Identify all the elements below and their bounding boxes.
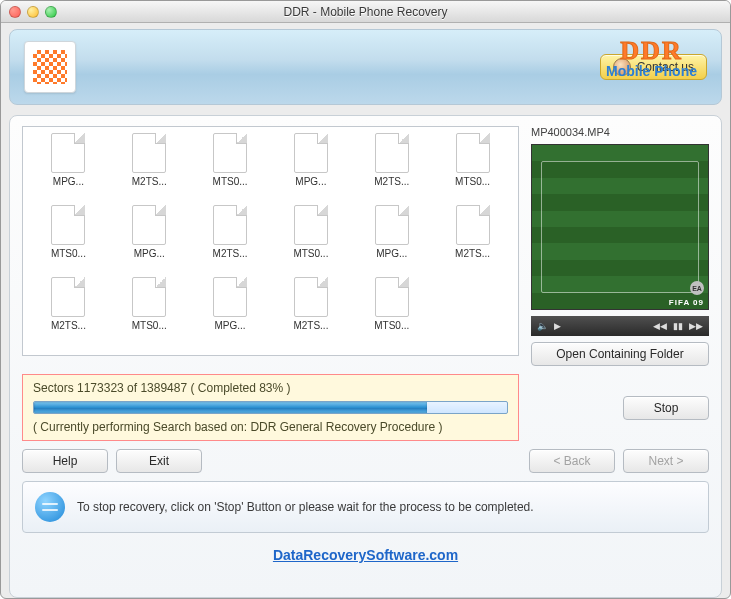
file-item[interactable]: MPG... bbox=[29, 133, 108, 203]
hint-icon bbox=[35, 492, 65, 522]
file-icon bbox=[51, 133, 85, 173]
preview-filename: MP400034.MP4 bbox=[531, 126, 709, 138]
hint-panel: To stop recovery, click on 'Stop' Button… bbox=[22, 481, 709, 533]
app-logo bbox=[24, 41, 76, 93]
content-panel: MPG...M2TS...MTS0...MPG...M2TS...MTS0...… bbox=[9, 115, 722, 598]
file-item[interactable]: M2TS... bbox=[272, 277, 351, 347]
file-label: MTS0... bbox=[374, 320, 409, 331]
file-icon bbox=[456, 133, 490, 173]
file-icon bbox=[213, 205, 247, 245]
ea-badge: EA bbox=[690, 281, 704, 295]
fifa-watermark: FIFA 09 bbox=[669, 298, 704, 307]
file-icon bbox=[375, 205, 409, 245]
file-icon bbox=[294, 205, 328, 245]
exit-button[interactable]: Exit bbox=[116, 449, 202, 473]
open-containing-folder-button[interactable]: Open Containing Folder bbox=[531, 342, 709, 366]
file-icon bbox=[132, 133, 166, 173]
file-item[interactable]: MPG... bbox=[352, 205, 431, 275]
file-label: MPG... bbox=[134, 248, 165, 259]
file-item[interactable]: MPG... bbox=[272, 133, 351, 203]
file-item[interactable]: M2TS... bbox=[29, 277, 108, 347]
progress-method-text: ( Currently performing Search based on: … bbox=[33, 420, 508, 434]
file-label: MTS0... bbox=[132, 320, 167, 331]
file-label: MTS0... bbox=[455, 176, 490, 187]
back-button[interactable]: < Back bbox=[529, 449, 615, 473]
file-item[interactable]: MTS0... bbox=[272, 205, 351, 275]
brand-block: DDR Mobile Phone bbox=[606, 38, 697, 78]
file-icon bbox=[132, 205, 166, 245]
file-item[interactable]: MTS0... bbox=[433, 133, 512, 203]
play-icon[interactable]: ▶ bbox=[554, 321, 561, 331]
hint-text: To stop recovery, click on 'Stop' Button… bbox=[77, 500, 534, 514]
file-item[interactable]: MPG... bbox=[110, 205, 189, 275]
file-icon bbox=[213, 133, 247, 173]
file-label: M2TS... bbox=[213, 248, 248, 259]
file-icon bbox=[213, 277, 247, 317]
titlebar: DDR - Mobile Phone Recovery bbox=[1, 1, 730, 23]
video-preview[interactable]: EA FIFA 09 bbox=[531, 144, 709, 310]
file-icon bbox=[294, 277, 328, 317]
file-item[interactable]: MTS0... bbox=[29, 205, 108, 275]
prev-icon[interactable]: ◀◀ bbox=[653, 321, 667, 331]
file-icon bbox=[375, 133, 409, 173]
file-label: MPG... bbox=[376, 248, 407, 259]
file-icon bbox=[456, 205, 490, 245]
help-button[interactable]: Help bbox=[22, 449, 108, 473]
video-thumbnail bbox=[532, 145, 708, 309]
stop-button[interactable]: Stop bbox=[623, 396, 709, 420]
file-icon bbox=[132, 277, 166, 317]
file-item[interactable]: MTS0... bbox=[352, 277, 431, 347]
file-icon bbox=[51, 277, 85, 317]
progress-sectors-text: Sectors 1173323 of 1389487 ( Completed 8… bbox=[33, 381, 508, 395]
file-label: MPG... bbox=[295, 176, 326, 187]
file-label: MPG... bbox=[215, 320, 246, 331]
progress-fill bbox=[34, 402, 427, 413]
preview-panel: MP400034.MP4 EA FIFA 09 🔈 ▶ ◀◀ ▮▮ ▶▶ Ope… bbox=[531, 126, 709, 366]
file-item[interactable]: M2TS... bbox=[352, 133, 431, 203]
app-window: DDR - Mobile Phone Recovery Contact us D… bbox=[0, 0, 731, 599]
window-title: DDR - Mobile Phone Recovery bbox=[1, 5, 730, 19]
file-item[interactable]: M2TS... bbox=[191, 205, 270, 275]
brand-title: DDR bbox=[620, 38, 682, 64]
file-label: M2TS... bbox=[374, 176, 409, 187]
volume-icon[interactable]: 🔈 bbox=[537, 321, 548, 331]
progress-bar bbox=[33, 401, 508, 414]
file-label: M2TS... bbox=[132, 176, 167, 187]
header-banner: Contact us DDR Mobile Phone bbox=[9, 29, 722, 105]
file-item[interactable]: MPG... bbox=[191, 277, 270, 347]
progress-panel: Sectors 1173323 of 1389487 ( Completed 8… bbox=[22, 374, 519, 441]
file-icon bbox=[51, 205, 85, 245]
file-label: MTS0... bbox=[293, 248, 328, 259]
file-label: MTS0... bbox=[51, 248, 86, 259]
file-item[interactable]: M2TS... bbox=[433, 205, 512, 275]
checker-icon bbox=[33, 50, 67, 84]
file-icon bbox=[294, 133, 328, 173]
file-label: M2TS... bbox=[51, 320, 86, 331]
file-label: M2TS... bbox=[293, 320, 328, 331]
next-button[interactable]: Next > bbox=[623, 449, 709, 473]
file-item[interactable]: MTS0... bbox=[191, 133, 270, 203]
pause-icon[interactable]: ▮▮ bbox=[673, 321, 683, 331]
brand-subtitle: Mobile Phone bbox=[606, 64, 697, 78]
footer-link[interactable]: DataRecoverySoftware.com bbox=[22, 541, 709, 571]
recovered-files-grid[interactable]: MPG...M2TS...MTS0...MPG...M2TS...MTS0...… bbox=[22, 126, 519, 356]
file-label: MPG... bbox=[53, 176, 84, 187]
file-label: MTS0... bbox=[213, 176, 248, 187]
file-item[interactable]: MTS0... bbox=[110, 277, 189, 347]
file-label: M2TS... bbox=[455, 248, 490, 259]
file-icon bbox=[375, 277, 409, 317]
file-item[interactable]: M2TS... bbox=[110, 133, 189, 203]
video-controls: 🔈 ▶ ◀◀ ▮▮ ▶▶ bbox=[531, 316, 709, 336]
next-icon[interactable]: ▶▶ bbox=[689, 321, 703, 331]
